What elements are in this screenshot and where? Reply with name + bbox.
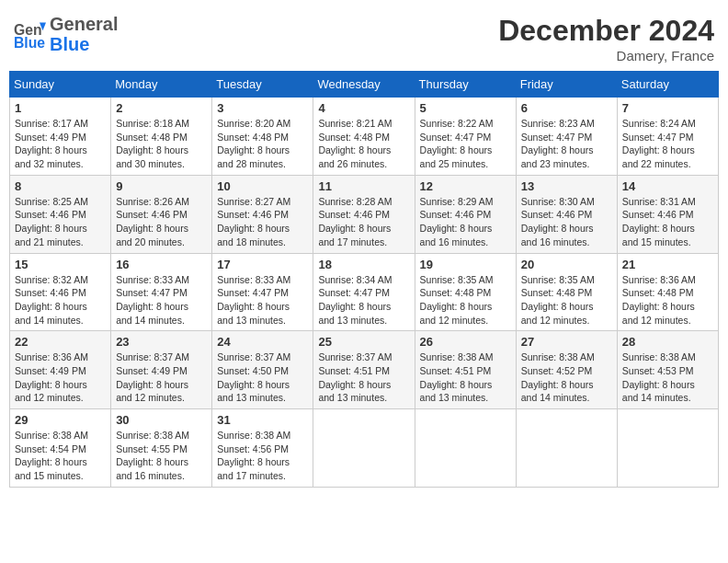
column-header-saturday: Saturday — [617, 72, 718, 98]
calendar-week-2: 8 Sunrise: 8:25 AM Sunset: 4:46 PM Dayli… — [10, 175, 719, 253]
day-info: Sunrise: 8:38 AM Sunset: 4:51 PM Dayligh… — [420, 350, 511, 405]
day-info: Sunrise: 8:37 AM Sunset: 4:50 PM Dayligh… — [217, 350, 308, 405]
day-number: 5 — [420, 101, 511, 115]
day-number: 20 — [521, 258, 612, 271]
day-info: Sunrise: 8:36 AM Sunset: 4:49 PM Dayligh… — [15, 350, 106, 405]
day-info: Sunrise: 8:34 AM Sunset: 4:47 PM Dayligh… — [318, 273, 409, 327]
calendar-cell: 20 Sunrise: 8:35 AM Sunset: 4:48 PM Dayl… — [516, 253, 617, 331]
calendar-cell: 21 Sunrise: 8:36 AM Sunset: 4:48 PM Dayl… — [617, 253, 718, 331]
day-info: Sunrise: 8:38 AM Sunset: 4:54 PM Dayligh… — [15, 429, 106, 483]
day-number: 28 — [622, 335, 713, 349]
calendar-cell: 29 Sunrise: 8:38 AM Sunset: 4:54 PM Dayl… — [10, 409, 111, 488]
day-number: 22 — [15, 335, 106, 349]
calendar-cell: 25 Sunrise: 8:37 AM Sunset: 4:51 PM Dayl… — [313, 331, 415, 409]
calendar-cell: 19 Sunrise: 8:35 AM Sunset: 4:48 PM Dayl… — [415, 253, 516, 331]
page-header: Gen Blue General Blue December 2024 Dame… — [9, 9, 719, 63]
day-info: Sunrise: 8:33 AM Sunset: 4:47 PM Dayligh… — [116, 273, 207, 327]
svg-text:Blue: Blue — [14, 34, 45, 50]
day-info: Sunrise: 8:20 AM Sunset: 4:48 PM Dayligh… — [217, 117, 308, 171]
day-info: Sunrise: 8:26 AM Sunset: 4:46 PM Dayligh… — [116, 195, 207, 249]
day-info: Sunrise: 8:32 AM Sunset: 4:46 PM Dayligh… — [15, 273, 106, 327]
day-number: 2 — [116, 101, 207, 115]
day-number: 13 — [521, 179, 612, 193]
day-number: 19 — [420, 258, 511, 271]
day-number: 17 — [217, 258, 308, 271]
calendar-cell: 13 Sunrise: 8:30 AM Sunset: 4:46 PM Dayl… — [516, 175, 617, 253]
calendar-week-5: 29 Sunrise: 8:38 AM Sunset: 4:54 PM Dayl… — [10, 409, 719, 488]
day-info: Sunrise: 8:28 AM Sunset: 4:46 PM Dayligh… — [318, 195, 409, 249]
calendar-cell: 14 Sunrise: 8:31 AM Sunset: 4:46 PM Dayl… — [617, 175, 718, 253]
calendar-cell: 23 Sunrise: 8:37 AM Sunset: 4:49 PM Dayl… — [111, 331, 212, 409]
day-number: 4 — [318, 101, 409, 115]
day-info: Sunrise: 8:38 AM Sunset: 4:52 PM Dayligh… — [521, 350, 612, 405]
calendar-cell: 30 Sunrise: 8:38 AM Sunset: 4:55 PM Dayl… — [111, 409, 212, 488]
calendar-table: SundayMondayTuesdayWednesdayThursdayFrid… — [9, 71, 719, 488]
day-info: Sunrise: 8:30 AM Sunset: 4:46 PM Dayligh… — [521, 195, 612, 249]
day-info: Sunrise: 8:35 AM Sunset: 4:48 PM Dayligh… — [521, 273, 612, 327]
location: Damery, France — [498, 48, 714, 63]
calendar-cell: 5 Sunrise: 8:22 AM Sunset: 4:47 PM Dayli… — [415, 98, 516, 176]
day-info: Sunrise: 8:36 AM Sunset: 4:48 PM Dayligh… — [622, 273, 713, 327]
day-number: 12 — [420, 179, 511, 193]
column-header-thursday: Thursday — [415, 72, 516, 98]
calendar-cell: 3 Sunrise: 8:20 AM Sunset: 4:48 PM Dayli… — [212, 98, 313, 176]
day-info: Sunrise: 8:17 AM Sunset: 4:49 PM Dayligh… — [15, 117, 106, 171]
calendar-cell: 7 Sunrise: 8:24 AM Sunset: 4:47 PM Dayli… — [617, 98, 718, 176]
day-number: 29 — [15, 413, 106, 427]
title-block: December 2024 Damery, France — [498, 14, 714, 63]
calendar-cell: 18 Sunrise: 8:34 AM Sunset: 4:47 PM Dayl… — [313, 253, 415, 331]
day-number: 27 — [521, 335, 612, 349]
day-info: Sunrise: 8:35 AM Sunset: 4:48 PM Dayligh… — [420, 273, 511, 327]
column-header-monday: Monday — [111, 72, 212, 98]
day-number: 6 — [521, 101, 612, 115]
day-number: 31 — [217, 413, 308, 427]
calendar-cell — [313, 409, 415, 488]
calendar-header-row: SundayMondayTuesdayWednesdayThursdayFrid… — [10, 72, 719, 98]
day-number: 14 — [622, 179, 713, 193]
day-number: 18 — [318, 258, 409, 271]
day-info: Sunrise: 8:38 AM Sunset: 4:55 PM Dayligh… — [116, 429, 207, 483]
column-header-wednesday: Wednesday — [313, 72, 415, 98]
calendar-cell: 8 Sunrise: 8:25 AM Sunset: 4:46 PM Dayli… — [10, 175, 111, 253]
day-info: Sunrise: 8:29 AM Sunset: 4:46 PM Dayligh… — [420, 195, 511, 249]
column-header-tuesday: Tuesday — [212, 72, 313, 98]
calendar-cell: 6 Sunrise: 8:23 AM Sunset: 4:47 PM Dayli… — [516, 98, 617, 176]
calendar-cell — [516, 409, 617, 488]
day-number: 1 — [15, 101, 106, 115]
calendar-cell: 1 Sunrise: 8:17 AM Sunset: 4:49 PM Dayli… — [10, 98, 111, 176]
day-number: 26 — [420, 335, 511, 349]
calendar-week-1: 1 Sunrise: 8:17 AM Sunset: 4:49 PM Dayli… — [10, 98, 719, 176]
day-info: Sunrise: 8:23 AM Sunset: 4:47 PM Dayligh… — [521, 117, 612, 171]
calendar-cell: 15 Sunrise: 8:32 AM Sunset: 4:46 PM Dayl… — [10, 253, 111, 331]
day-info: Sunrise: 8:38 AM Sunset: 4:53 PM Dayligh… — [622, 350, 713, 405]
logo: Gen Blue General Blue — [14, 14, 118, 54]
calendar-cell: 17 Sunrise: 8:33 AM Sunset: 4:47 PM Dayl… — [212, 253, 313, 331]
day-number: 25 — [318, 335, 409, 349]
calendar-cell: 9 Sunrise: 8:26 AM Sunset: 4:46 PM Dayli… — [111, 175, 212, 253]
day-number: 9 — [116, 179, 207, 193]
calendar-week-4: 22 Sunrise: 8:36 AM Sunset: 4:49 PM Dayl… — [10, 331, 719, 409]
calendar-cell — [617, 409, 718, 488]
day-number: 10 — [217, 179, 308, 193]
logo-general-text: General — [50, 14, 118, 34]
day-number: 21 — [622, 258, 713, 271]
day-number: 7 — [622, 101, 713, 115]
day-info: Sunrise: 8:33 AM Sunset: 4:47 PM Dayligh… — [217, 273, 308, 327]
day-info: Sunrise: 8:25 AM Sunset: 4:46 PM Dayligh… — [15, 195, 106, 249]
day-number: 16 — [116, 258, 207, 271]
day-number: 3 — [217, 101, 308, 115]
calendar-cell: 24 Sunrise: 8:37 AM Sunset: 4:50 PM Dayl… — [212, 331, 313, 409]
day-info: Sunrise: 8:21 AM Sunset: 4:48 PM Dayligh… — [318, 117, 409, 171]
day-info: Sunrise: 8:31 AM Sunset: 4:46 PM Dayligh… — [622, 195, 713, 249]
day-info: Sunrise: 8:24 AM Sunset: 4:47 PM Dayligh… — [622, 117, 713, 171]
day-info: Sunrise: 8:18 AM Sunset: 4:48 PM Dayligh… — [116, 117, 207, 171]
month-title: December 2024 — [498, 14, 714, 48]
day-info: Sunrise: 8:38 AM Sunset: 4:56 PM Dayligh… — [217, 429, 308, 483]
day-number: 11 — [318, 179, 409, 193]
logo-blue-text: Blue — [50, 34, 89, 54]
calendar-cell: 22 Sunrise: 8:36 AM Sunset: 4:49 PM Dayl… — [10, 331, 111, 409]
calendar-cell: 26 Sunrise: 8:38 AM Sunset: 4:51 PM Dayl… — [415, 331, 516, 409]
column-header-sunday: Sunday — [10, 72, 111, 98]
calendar-cell — [415, 409, 516, 488]
column-header-friday: Friday — [516, 72, 617, 98]
